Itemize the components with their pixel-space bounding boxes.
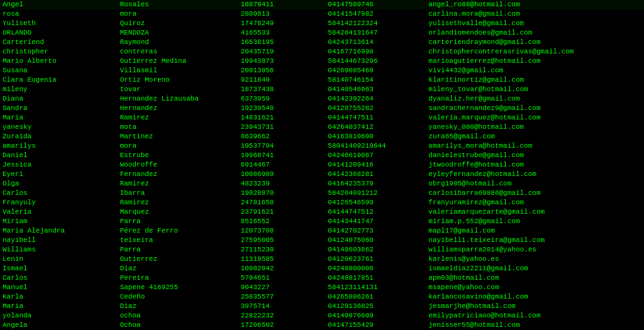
phone: 04147589746: [325, 0, 426, 9]
user-id: 17206502: [238, 321, 322, 330]
first-name: Maria: [0, 302, 118, 311]
separator: |: [235, 104, 238, 113]
separator: |: [235, 292, 238, 302]
table-row: ZuraidaMartinez|8639662|04163810600zura6…: [0, 132, 644, 141]
email: emilypatriciaoo@hotmail.com: [426, 311, 644, 321]
last-name: ochoa: [118, 311, 235, 321]
phone: 04142392264: [325, 94, 426, 104]
email: mileny_tovar@hotmail.com: [426, 85, 644, 94]
table-row: IsmaelDiaz|10982042|04248800006ismaeldia…: [0, 264, 644, 273]
last-name: Quiroz: [118, 19, 235, 28]
last-name: teixeira: [118, 236, 235, 245]
table-row: AngelaOchoa|17206502|04147155429jenisser…: [0, 321, 644, 330]
user-id: 19537794: [238, 141, 322, 151]
email: dyanaliz.her@gmail.com: [426, 94, 644, 104]
user-id: 6914467: [238, 160, 322, 170]
separator2: |: [322, 217, 325, 226]
table-row: Mario AlbertoGutierrez Medina|19943873|5…: [0, 57, 644, 66]
separator: |: [235, 85, 238, 94]
table-row: CarlosPereira|5704651|04248817851apm03@h…: [0, 273, 644, 283]
separator: |: [235, 264, 238, 273]
user-id: 8516552: [238, 217, 322, 226]
separator: |: [235, 226, 238, 236]
table-row: WilliamsParra|27115230|04148603862willia…: [0, 245, 644, 255]
table-row: MariaRamirez|14831621|04144747511valeria…: [0, 113, 644, 123]
first-name: Angela: [0, 321, 118, 330]
first-name: Sandra: [0, 104, 118, 113]
first-name: Carteriend: [0, 38, 118, 47]
email: valeria.marquez@hotmail.com: [426, 113, 644, 123]
user-id: 23791621: [238, 207, 322, 217]
user-id: 9043227: [238, 283, 322, 292]
table-row: Maria AlejandraPérez de Ferro|12073708|0…: [0, 226, 644, 236]
phone: 04143441747: [325, 217, 426, 226]
phone: 04269085469: [325, 66, 426, 75]
separator: |: [235, 160, 238, 170]
separator2: |: [322, 302, 325, 311]
phone: 04264037412: [325, 123, 426, 132]
email: klaritinortiz@gmail.com: [426, 75, 644, 85]
email: carlosibarra69886@gmail.com: [426, 189, 644, 198]
email: ismaeldiaz2211@gmail.com: [426, 264, 644, 273]
first-name: Carlos: [0, 189, 118, 198]
separator2: |: [322, 292, 325, 302]
user-id: 11319585: [238, 255, 322, 264]
separator: |: [235, 283, 238, 292]
user-id: 16538195: [238, 38, 322, 47]
separator: |: [235, 141, 238, 151]
separator2: |: [322, 141, 325, 151]
first-name: Manuel: [0, 283, 118, 292]
user-id: 10086989: [238, 170, 322, 179]
separator2: |: [322, 66, 325, 75]
separator2: |: [322, 283, 325, 292]
first-name: Mario Alberto: [0, 57, 118, 66]
separator: |: [235, 123, 238, 132]
separator2: |: [322, 47, 325, 57]
last-name: Diaz: [118, 302, 235, 311]
last-name: Fernandez: [118, 170, 235, 179]
separator: |: [235, 179, 238, 189]
user-id: 3975714: [238, 302, 322, 311]
user-id: 18737438: [238, 85, 322, 94]
separator2: |: [322, 170, 325, 179]
phone: 58140746154: [325, 75, 426, 85]
table-row: JessicaWoodroffe|6914467|04141209416jtwo…: [0, 160, 644, 170]
separator: |: [235, 255, 238, 264]
user-id: 12073708: [238, 226, 322, 236]
separator: |: [235, 273, 238, 283]
email: obrg1905@hotmail.com: [426, 179, 644, 189]
table-row: OlgaRamirez|4823239|04164235379obrg1905@…: [0, 179, 644, 189]
table-row: DianaHernandez Lizausaba|6373959|0414239…: [0, 94, 644, 104]
table-row: YulisethQuiroz|17478249|584142122324yuli…: [0, 19, 644, 28]
first-name: Yuliseth: [0, 19, 118, 28]
phone: 04246619067: [325, 151, 426, 160]
first-name: Angel: [0, 0, 118, 9]
first-name: ORLANDO: [0, 28, 118, 38]
email: msapene@yahoo.com: [426, 283, 644, 292]
email: yulisethvalle@gmail.com: [426, 19, 644, 28]
last-name: Hernandez: [118, 104, 235, 113]
phone: 58041409219644: [325, 141, 426, 151]
separator2: |: [322, 160, 325, 170]
first-name: yolanda: [0, 311, 118, 321]
separator: |: [235, 47, 238, 57]
separator2: |: [322, 85, 325, 94]
phone: 04265806261: [325, 292, 426, 302]
email: jtwoodroffe@hotmail.com: [426, 160, 644, 170]
last-name: mota: [118, 123, 235, 132]
last-name: Villasmil: [118, 66, 235, 75]
email: orlandiomendoes@gmail.com: [426, 28, 644, 38]
last-name: Rosales: [118, 0, 235, 9]
phone: 04163810600: [325, 132, 426, 141]
phone: 04164235379: [325, 179, 426, 189]
last-name: Gutierrez: [118, 255, 235, 264]
phone: 04142702773: [325, 226, 426, 236]
last-name: Marquez: [118, 207, 235, 217]
user-id: 17478249: [238, 19, 322, 28]
separator2: |: [322, 75, 325, 85]
table-row: ValeriaMarquez|23791621|04144747512valer…: [0, 207, 644, 217]
user-id: 25835577: [238, 292, 322, 302]
table-row: DanielEstrube|19968741|04246619067daniel…: [0, 151, 644, 160]
table-row: rosamora|2809813|04141547982carlina.mora…: [0, 9, 644, 19]
separator2: |: [322, 0, 325, 9]
